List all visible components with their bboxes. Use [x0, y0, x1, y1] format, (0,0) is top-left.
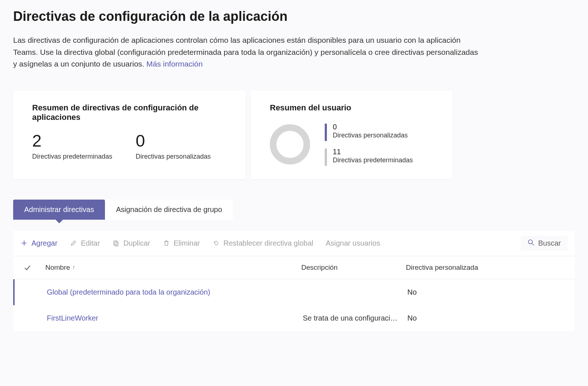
legend-bar-purple-icon — [325, 124, 327, 141]
donut-chart-icon — [270, 124, 310, 164]
table-row[interactable]: Global (predeterminado para toda la orga… — [13, 279, 575, 305]
edit-label: Editar — [81, 239, 100, 247]
select-all-column[interactable] — [23, 264, 45, 272]
policy-description: Se trata de una configuraci… — [303, 314, 407, 322]
legend-default: 11 Directivas predeterminadas — [325, 148, 413, 166]
tab-bar: Administrar directivas Asignación de dir… — [13, 200, 575, 220]
search-label: Buscar — [538, 239, 561, 247]
duplicate-label: Duplicar — [123, 239, 150, 247]
default-policies-count: 2 — [32, 132, 112, 149]
summary-cards: Resumen de directivas de configuración d… — [13, 91, 575, 179]
policy-name-link[interactable]: Global (predeterminado para toda la orga… — [47, 288, 303, 296]
delete-button: Eliminar — [163, 239, 200, 247]
plus-icon — [20, 239, 28, 247]
assign-button: Asignar usuarios — [326, 239, 380, 247]
add-label: Agregar — [31, 239, 57, 247]
search-icon — [527, 239, 535, 248]
edit-button: Editar — [70, 239, 100, 247]
legend-default-label: Directivas predeterminadas — [333, 156, 413, 164]
policy-name-link[interactable]: FirstLineWorker — [47, 314, 303, 322]
reset-label: Restablecer directiva global — [223, 239, 313, 247]
duplicate-button: Duplicar — [112, 239, 150, 247]
policies-summary-card: Resumen de directivas de configuración d… — [13, 91, 246, 179]
svg-point-4 — [528, 240, 532, 244]
custom-policies-stat: 0 Directivas personalizadas — [136, 132, 211, 160]
custom-policies-label: Directivas personalizadas — [136, 153, 211, 160]
search-button[interactable]: Buscar — [521, 236, 568, 251]
legend-custom-label: Directivas personalizadas — [333, 132, 408, 139]
table-row[interactable]: FirstLineWorker Se trata de una configur… — [13, 305, 575, 331]
table-header: Nombre ↑ Descripción Directiva personali… — [13, 256, 575, 279]
custom-policies-count: 0 — [136, 132, 211, 149]
reset-icon — [212, 239, 220, 247]
tab-group-assignment[interactable]: Asignación de directiva de grupo — [105, 200, 233, 220]
learn-more-link[interactable]: Más información — [146, 60, 203, 68]
default-policies-stat: 2 Directivas predeterminadas — [32, 132, 112, 160]
description-column-header[interactable]: Descripción — [301, 264, 406, 272]
policies-panel: Agregar Editar Duplicar Eliminar Restabl… — [13, 231, 575, 331]
delete-label: Eliminar — [174, 239, 200, 247]
tab-manage-policies[interactable]: Administrar directivas — [13, 200, 105, 220]
name-column-header[interactable]: Nombre ↑ — [45, 264, 301, 272]
page-title: Directivas de configuración de la aplica… — [13, 9, 575, 24]
add-button[interactable]: Agregar — [20, 239, 57, 247]
sort-ascending-icon: ↑ — [72, 264, 75, 271]
legend-custom: 0 Directivas personalizadas — [325, 123, 413, 141]
user-summary-card: Resumen del usuario 0 Directivas persona… — [251, 91, 453, 179]
assign-label: Asignar usuarios — [326, 239, 380, 247]
page-description-text: Las directivas de configuración de aplic… — [13, 36, 478, 68]
pencil-icon — [70, 239, 77, 247]
page-description: Las directivas de configuración de aplic… — [13, 34, 481, 70]
user-summary-title: Resumen del usuario — [270, 103, 434, 113]
copy-icon — [112, 239, 120, 247]
policies-summary-title: Resumen de directivas de configuración d… — [32, 103, 227, 122]
legend-custom-count: 0 — [333, 123, 408, 131]
svg-rect-2 — [114, 241, 117, 245]
policy-custom-value: No — [407, 314, 565, 322]
reset-button: Restablecer directiva global — [212, 239, 313, 247]
legend-bar-gray-icon — [325, 148, 327, 166]
policy-custom-value: No — [407, 288, 565, 296]
toolbar: Agregar Editar Duplicar Eliminar Restabl… — [13, 231, 575, 256]
trash-icon — [163, 239, 170, 247]
name-header-label: Nombre — [45, 264, 70, 272]
legend-default-count: 11 — [333, 148, 413, 156]
custom-column-header[interactable]: Directiva personalizada — [406, 264, 565, 272]
default-policies-label: Directivas predeterminadas — [32, 153, 112, 160]
svg-line-5 — [532, 243, 534, 245]
svg-rect-3 — [115, 242, 118, 246]
